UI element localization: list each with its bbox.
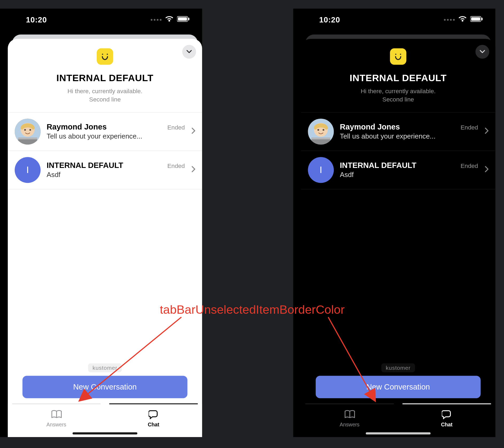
- annotation-arrow-right: [0, 0, 504, 437]
- svg-line-21: [328, 317, 375, 400]
